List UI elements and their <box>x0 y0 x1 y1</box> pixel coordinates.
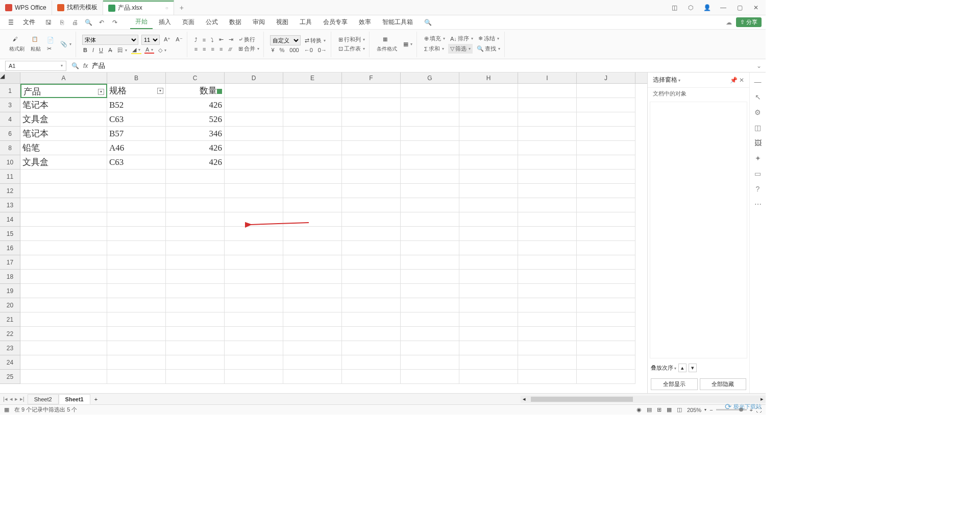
save-icon[interactable]: 🖫 <box>44 19 53 26</box>
cell[interactable] <box>342 84 401 98</box>
cell[interactable] <box>166 312 225 327</box>
cell[interactable] <box>342 341 401 355</box>
cell[interactable] <box>225 227 283 241</box>
avatar-icon[interactable]: 👤 <box>703 4 710 11</box>
cell[interactable] <box>283 155 342 170</box>
cell[interactable] <box>459 112 518 127</box>
cube-icon[interactable]: ⬡ <box>687 4 694 11</box>
cell[interactable] <box>518 112 577 127</box>
cell[interactable] <box>459 284 518 298</box>
freeze-button[interactable]: ❄ 冻结 <box>477 35 500 42</box>
row-header[interactable]: 12 <box>0 184 20 198</box>
cell[interactable] <box>107 184 166 198</box>
cell[interactable] <box>577 155 635 170</box>
cell[interactable]: 526 <box>166 112 225 127</box>
cell[interactable] <box>577 327 635 341</box>
col-header-G[interactable]: G <box>401 73 459 83</box>
menu-member[interactable]: 会员专享 <box>318 16 353 29</box>
worksheet-button[interactable]: ⊡ 工作表 <box>337 45 366 53</box>
col-header-C[interactable]: C <box>166 73 225 83</box>
cell[interactable] <box>20 312 107 327</box>
cell[interactable]: C63 <box>107 112 166 127</box>
menu-start[interactable]: 开始 <box>130 15 153 29</box>
row-header[interactable]: 23 <box>0 341 20 355</box>
undo-icon[interactable]: ↶ <box>97 19 106 26</box>
preview-icon[interactable]: 🔍 <box>84 19 92 26</box>
cell[interactable] <box>20 355 107 370</box>
cell[interactable]: B57 <box>107 127 166 141</box>
cell[interactable] <box>283 327 342 341</box>
file-menu[interactable]: 文件 <box>19 16 39 29</box>
paste-button[interactable]: 📋粘贴 <box>30 35 42 54</box>
stacking-order[interactable]: 叠放次序 <box>651 364 676 372</box>
cell[interactable] <box>401 141 459 155</box>
cell[interactable] <box>577 341 635 355</box>
cell[interactable] <box>283 98 342 112</box>
row-header[interactable]: 6 <box>0 127 20 141</box>
cell[interactable] <box>518 241 577 255</box>
cell[interactable] <box>20 184 107 198</box>
cell[interactable] <box>401 284 459 298</box>
move-up-button[interactable]: ▴ <box>678 364 687 372</box>
font-select[interactable]: 宋体 <box>82 35 138 45</box>
cell[interactable] <box>401 327 459 341</box>
cell[interactable] <box>107 284 166 298</box>
cell[interactable] <box>225 284 283 298</box>
row-header[interactable]: 10 <box>0 155 20 170</box>
cell[interactable] <box>518 170 577 184</box>
cell[interactable] <box>577 84 635 98</box>
cell[interactable] <box>225 327 283 341</box>
cell[interactable] <box>518 98 577 112</box>
add-sheet-button[interactable]: + <box>90 396 102 402</box>
number-format-select[interactable]: 自定义 <box>270 35 301 45</box>
row-header[interactable]: 20 <box>0 298 20 312</box>
cell[interactable] <box>225 241 283 255</box>
maximize-button[interactable]: ▢ <box>736 4 743 11</box>
next-sheet-button[interactable]: ▸ <box>15 396 18 402</box>
cell[interactable] <box>459 184 518 198</box>
cell[interactable] <box>107 227 166 241</box>
cell[interactable] <box>107 255 166 270</box>
cell[interactable] <box>459 198 518 212</box>
cell[interactable]: C63 <box>107 155 166 170</box>
cell[interactable]: 426 <box>166 141 225 155</box>
cell[interactable] <box>225 255 283 270</box>
percent-button[interactable]: % <box>279 47 286 53</box>
col-header-H[interactable]: H <box>459 73 518 83</box>
name-box[interactable]: A1▾ <box>5 61 66 71</box>
cond-format-button[interactable]: ▦条件格式 <box>376 35 398 54</box>
align-left-button[interactable]: ≡ <box>193 46 199 52</box>
last-sheet-button[interactable]: ▸| <box>20 396 24 402</box>
cell[interactable] <box>518 212 577 227</box>
cell[interactable] <box>459 241 518 255</box>
cell[interactable] <box>401 298 459 312</box>
cell[interactable] <box>225 370 283 384</box>
cell[interactable] <box>459 141 518 155</box>
cell[interactable] <box>577 98 635 112</box>
cell[interactable] <box>166 198 225 212</box>
cell[interactable] <box>20 341 107 355</box>
cell[interactable] <box>401 198 459 212</box>
cell[interactable] <box>225 84 283 98</box>
sheet-tab-sheet2[interactable]: Sheet2 <box>28 394 59 404</box>
cell[interactable] <box>20 241 107 255</box>
cell[interactable] <box>166 270 225 284</box>
cell[interactable] <box>342 198 401 212</box>
pagebreak-view-button[interactable]: ◫ <box>677 406 682 413</box>
cell[interactable]: 文具盒 <box>20 155 107 170</box>
hide-all-button[interactable]: 全部隐藏 <box>700 378 747 390</box>
menu-page[interactable]: 页面 <box>177 16 200 29</box>
distribute-button[interactable]: ⫻ <box>227 46 234 52</box>
cell[interactable]: 文具盒 <box>20 112 107 127</box>
indent-left-button[interactable]: ⇤ <box>218 36 225 43</box>
cell[interactable] <box>283 241 342 255</box>
col-header-J[interactable]: J <box>577 73 635 83</box>
filter-button[interactable]: ▽ 筛选 <box>448 44 473 54</box>
cell[interactable] <box>20 170 107 184</box>
scroll-thumb[interactable] <box>531 397 633 402</box>
cell[interactable] <box>225 112 283 127</box>
cell[interactable] <box>459 355 518 370</box>
cell[interactable] <box>166 298 225 312</box>
col-header-B[interactable]: B <box>107 73 166 83</box>
cell[interactable] <box>20 255 107 270</box>
